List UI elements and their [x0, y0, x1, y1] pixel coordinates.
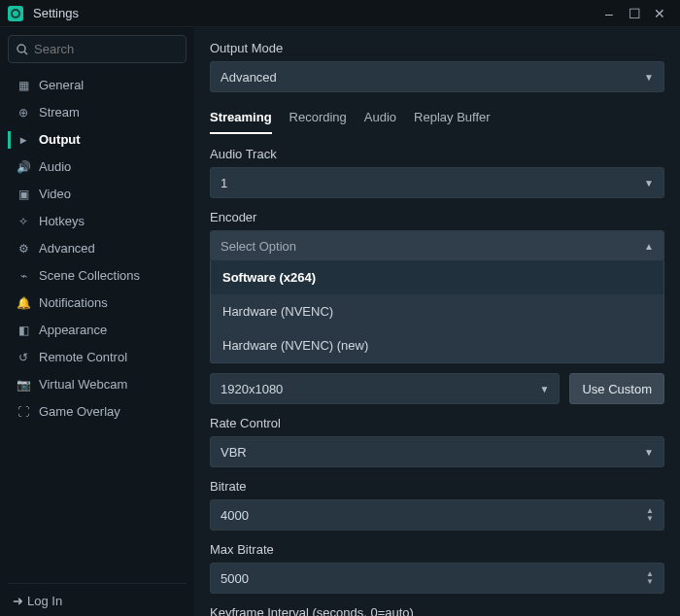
output-mode-select[interactable]: Advanced ▼ — [210, 61, 664, 92]
sidebar-item-scene-collections[interactable]: ⌁Scene Collections — [8, 262, 187, 289]
sidebar-item-general[interactable]: ▦General — [8, 72, 187, 98]
search-input[interactable] — [34, 42, 197, 56]
sidebar-item-label: Output — [39, 132, 81, 147]
max-bitrate-label: Max Bitrate — [210, 542, 664, 557]
bitrate-label: Bitrate — [210, 479, 664, 494]
sidebar-item-icon: ▸ — [14, 133, 33, 147]
resolution-select[interactable]: 1920x1080 ▼ — [210, 373, 560, 404]
tab-audio[interactable]: Audio — [364, 110, 396, 134]
sidebar-item-label: Scene Collections — [39, 268, 140, 283]
sidebar-item-remote-control[interactable]: ↺Remote Control — [8, 344, 187, 370]
rate-control-label: Rate Control — [210, 416, 664, 430]
sidebar-item-icon: ◧ — [14, 324, 33, 337]
svg-point-0 — [12, 10, 19, 17]
sidebar-item-game-overlay[interactable]: ⛶Game Overlay — [8, 398, 187, 425]
sidebar-item-label: General — [39, 78, 84, 92]
sidebar: ▦General⊕Stream▸Output🔊Audio▣Video✧Hotke… — [0, 27, 194, 616]
sidebar-item-hotkeys[interactable]: ✧Hotkeys — [8, 208, 187, 234]
chevron-up-icon: ▲ — [644, 241, 654, 252]
bitrate-input[interactable]: 4000 ▲▼ — [210, 499, 664, 530]
login-button[interactable]: ➜ Log In — [8, 583, 187, 608]
sidebar-item-label: Hotkeys — [39, 214, 85, 228]
tab-replay-buffer[interactable]: Replay Buffer — [414, 110, 491, 134]
encoder-placeholder: Select Option — [221, 239, 644, 254]
sidebar-item-icon: ▣ — [14, 188, 33, 201]
sidebar-item-advanced[interactable]: ⚙Advanced — [8, 235, 187, 261]
sidebar-item-icon: ▦ — [14, 79, 33, 92]
sidebar-item-notifications[interactable]: 🔔Notifications — [8, 290, 187, 316]
maximize-button[interactable]: ☐ — [622, 6, 647, 21]
output-mode-label: Output Mode — [210, 41, 664, 55]
titlebar: Settings – ☐ ✕ — [0, 0, 680, 27]
svg-point-1 — [17, 45, 25, 52]
encoder-option[interactable]: Hardware (NVENC) (new) — [211, 328, 663, 362]
keyframe-label: Keyframe Interval (seconds, 0=auto) — [210, 605, 664, 616]
close-button[interactable]: ✕ — [647, 6, 672, 21]
audio-track-value: 1 — [221, 176, 644, 190]
login-label: Log In — [27, 594, 62, 608]
window-title: Settings — [33, 6, 79, 20]
sidebar-item-icon: ⊕ — [14, 106, 33, 120]
sidebar-item-label: Audio — [39, 159, 71, 174]
sidebar-item-icon: 🔔 — [14, 296, 33, 310]
sidebar-item-video[interactable]: ▣Video — [8, 181, 187, 207]
search-icon — [17, 44, 28, 55]
sidebar-nav: ▦General⊕Stream▸Output🔊Audio▣Video✧Hotke… — [8, 71, 187, 577]
sidebar-item-label: Advanced — [39, 241, 95, 256]
app-logo-icon — [8, 6, 23, 21]
sidebar-item-label: Game Overlay — [39, 404, 120, 419]
sidebar-item-icon: 🔊 — [14, 160, 33, 174]
svg-line-2 — [24, 51, 27, 54]
bitrate-value: 4000 — [221, 508, 646, 523]
minimize-button[interactable]: – — [596, 6, 622, 21]
max-bitrate-value: 5000 — [221, 571, 646, 586]
rate-control-select[interactable]: VBR ▼ — [210, 436, 664, 467]
spinner-icon[interactable]: ▲▼ — [646, 570, 654, 586]
audio-track-select[interactable]: 1 ▼ — [210, 167, 664, 198]
sidebar-item-audio[interactable]: 🔊Audio — [8, 154, 187, 180]
chevron-down-icon: ▼ — [644, 447, 654, 458]
sidebar-item-label: Virtual Webcam — [39, 377, 127, 392]
login-icon: ➜ — [8, 594, 27, 608]
chevron-down-icon: ▼ — [540, 384, 550, 394]
max-bitrate-input[interactable]: 5000 ▲▼ — [210, 563, 664, 594]
spinner-icon[interactable]: ▲▼ — [646, 507, 654, 523]
sidebar-item-icon: ⌁ — [14, 269, 33, 283]
sidebar-item-icon: 📷 — [14, 378, 33, 392]
sidebar-item-label: Stream — [39, 105, 80, 120]
rate-control-value: VBR — [221, 445, 644, 460]
tab-recording[interactable]: Recording — [289, 110, 347, 134]
chevron-down-icon: ▼ — [644, 178, 654, 188]
sidebar-item-appearance[interactable]: ◧Appearance — [8, 317, 187, 343]
content-pane: Output Mode Advanced ▼ StreamingRecordin… — [194, 27, 680, 616]
tab-streaming[interactable]: Streaming — [210, 110, 272, 134]
search-box[interactable] — [8, 35, 187, 63]
sidebar-item-icon: ✧ — [14, 215, 33, 228]
sidebar-item-label: Notifications — [39, 295, 108, 310]
sidebar-item-label: Remote Control — [39, 350, 127, 364]
sidebar-item-icon: ⚙ — [14, 242, 33, 256]
encoder-option[interactable]: Hardware (NVENC) — [211, 294, 663, 328]
resolution-value: 1920x1080 — [221, 382, 540, 396]
sidebar-item-label: Appearance — [39, 323, 107, 337]
use-custom-button[interactable]: Use Custom — [569, 373, 664, 404]
sidebar-item-icon: ↺ — [14, 351, 33, 364]
sidebar-item-icon: ⛶ — [14, 405, 33, 419]
output-mode-value: Advanced — [221, 70, 644, 85]
sidebar-item-stream[interactable]: ⊕Stream — [8, 99, 187, 125]
sidebar-item-label: Video — [39, 187, 71, 201]
chevron-down-icon: ▼ — [644, 72, 654, 83]
encoder-option[interactable]: Software (x264) — [211, 260, 663, 294]
audio-track-label: Audio Track — [210, 147, 664, 161]
encoder-label: Encoder — [210, 210, 664, 224]
encoder-dropdown: Software (x264)Hardware (NVENC)Hardware … — [210, 260, 664, 363]
sidebar-item-virtual-webcam[interactable]: 📷Virtual Webcam — [8, 371, 187, 397]
sidebar-item-output[interactable]: ▸Output — [8, 126, 187, 153]
encoder-select[interactable]: Select Option ▲ — [210, 230, 664, 261]
output-tabs: StreamingRecordingAudioReplay Buffer — [210, 110, 664, 135]
use-custom-label: Use Custom — [582, 382, 652, 396]
